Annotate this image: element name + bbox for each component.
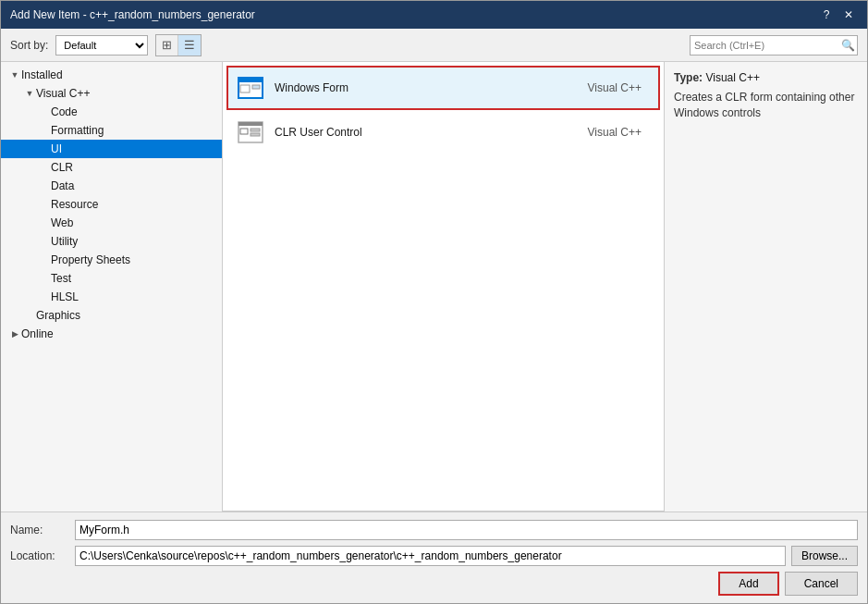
item-category: Visual C++: [588, 126, 642, 139]
search-icon: 🔍: [841, 39, 855, 52]
expand-icon: [38, 216, 51, 229]
expand-icon: [38, 272, 51, 285]
action-buttons: Add Cancel: [10, 572, 858, 596]
toolbar: Sort by: Default ⊞ ☰ 🔍: [1, 29, 867, 62]
sort-label: Sort by:: [10, 39, 48, 52]
sidebar-item-clr[interactable]: CLR: [1, 158, 222, 177]
sidebar-item-label: Formatting: [51, 124, 104, 137]
help-button[interactable]: ?: [817, 6, 836, 23]
sidebar-item-hlsl[interactable]: HLSL: [1, 288, 222, 306]
info-type: Type: Visual C++: [674, 71, 858, 84]
sidebar-item-data[interactable]: Data: [1, 177, 222, 195]
sidebar-item-label: HLSL: [51, 290, 79, 303]
sidebar-item-label: Visual C++: [36, 87, 90, 100]
expand-icon: [38, 124, 51, 137]
sidebar-item-label: Online: [21, 327, 54, 340]
sidebar-item-utility[interactable]: Utility: [1, 232, 222, 251]
sidebar-item-formatting[interactable]: Formatting: [1, 121, 222, 140]
location-row: Location: Browse...: [10, 546, 858, 566]
search-box: 🔍: [690, 35, 858, 55]
dialog-title: Add New Item - c++_random_numbers_genera…: [10, 8, 255, 21]
name-row: Name:: [10, 520, 858, 540]
sidebar-item-ui[interactable]: UI: [1, 140, 222, 158]
sidebar-item-graphics[interactable]: Graphics: [1, 306, 222, 325]
name-label: Name:: [10, 524, 75, 536]
sidebar-item-installed[interactable]: ▼ Installed: [1, 66, 222, 84]
title-bar-controls: ? ✕: [817, 6, 858, 23]
browse-button[interactable]: Browse...: [791, 546, 858, 566]
close-button[interactable]: ✕: [839, 6, 858, 23]
sidebar-item-test[interactable]: Test: [1, 269, 222, 288]
expand-icon: [38, 198, 51, 211]
grid-view-button[interactable]: ⊞: [156, 35, 178, 55]
main-area: ▼ Installed ▼ Visual C++ Code: [1, 62, 867, 512]
list-icon: ☰: [184, 38, 195, 52]
sidebar-item-visual-cpp[interactable]: ▼ Visual C++: [1, 84, 222, 103]
sidebar-item-online[interactable]: ▶ Online: [1, 325, 222, 343]
expand-icon: ▶: [8, 327, 21, 340]
info-description: Creates a CLR form containing other Wind…: [674, 90, 858, 121]
info-type-label: Type:: [674, 71, 703, 84]
windows-form-icon: [236, 73, 265, 103]
item-name: Windows Form: [275, 81, 579, 94]
bottom-bar: Name: Location: Browse... Add Cancel: [1, 512, 867, 603]
svg-rect-5: [238, 122, 263, 126]
list-item[interactable]: CLR User Control Visual C++: [226, 110, 660, 154]
item-name: CLR User Control: [275, 126, 579, 139]
title-bar: Add New Item - c++_random_numbers_genera…: [1, 1, 867, 29]
sidebar-item-label: UI: [51, 142, 62, 155]
expand-icon: [38, 290, 51, 303]
sort-select[interactable]: Default: [55, 35, 148, 55]
cancel-button[interactable]: Cancel: [785, 572, 858, 596]
view-buttons: ⊞ ☰: [155, 34, 202, 56]
item-category: Visual C++: [588, 81, 642, 94]
sidebar-item-label: Resource: [51, 198, 98, 211]
search-button[interactable]: 🔍: [838, 36, 857, 55]
info-type-value: Visual C++: [705, 71, 759, 84]
info-panel: Type: Visual C++ Creates a CLR form cont…: [664, 62, 867, 512]
svg-rect-3: [252, 85, 260, 89]
location-label: Location:: [10, 549, 75, 562]
expand-icon: ▼: [23, 87, 36, 100]
sidebar-item-label: Test: [51, 272, 71, 285]
dialog: Add New Item - c++_random_numbers_genera…: [0, 0, 868, 604]
svg-rect-1: [238, 78, 263, 82]
add-button[interactable]: Add: [718, 572, 778, 596]
sidebar-item-resource[interactable]: Resource: [1, 195, 222, 214]
expand-icon: [38, 161, 51, 174]
location-input-group: Browse...: [75, 546, 858, 566]
sidebar-item-label: Utility: [51, 235, 78, 248]
expand-icon: [38, 105, 51, 118]
sidebar-item-web[interactable]: Web: [1, 214, 222, 232]
sidebar: ▼ Installed ▼ Visual C++ Code: [1, 62, 223, 512]
expand-icon: ▼: [8, 68, 21, 81]
sidebar-item-label: Data: [51, 179, 74, 192]
sidebar-item-label: Graphics: [36, 309, 80, 322]
clr-user-control-icon: [236, 117, 265, 147]
sidebar-item-label: Code: [51, 105, 78, 118]
sidebar-item-label: Installed: [21, 68, 63, 81]
expand-icon: [38, 235, 51, 248]
expand-icon: [38, 142, 51, 155]
list-item[interactable]: Windows Form Visual C++: [226, 66, 660, 110]
sidebar-item-property-sheets[interactable]: Property Sheets: [1, 251, 222, 269]
expand-icon: [38, 179, 51, 192]
sidebar-item-label: CLR: [51, 161, 73, 174]
svg-rect-8: [251, 133, 260, 136]
svg-rect-7: [251, 129, 260, 131]
search-input[interactable]: [691, 36, 838, 55]
content-area: Windows Form Visual C++ CLR Us: [223, 62, 664, 512]
sidebar-item-label: Property Sheets: [51, 253, 130, 266]
sidebar-item-code[interactable]: Code: [1, 103, 222, 121]
items-list: Windows Form Visual C++ CLR Us: [223, 62, 664, 512]
expand-icon: [38, 253, 51, 266]
sidebar-item-label: Web: [51, 216, 73, 229]
location-input[interactable]: [75, 546, 786, 566]
expand-icon: [23, 309, 36, 322]
grid-icon: ⊞: [162, 38, 172, 52]
name-input[interactable]: [75, 520, 858, 540]
list-view-button[interactable]: ☰: [178, 35, 201, 55]
